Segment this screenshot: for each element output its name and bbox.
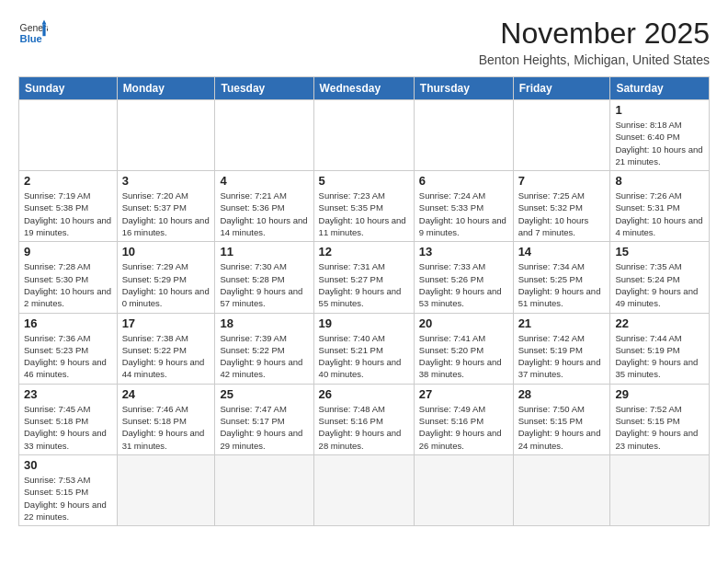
day-info: Sunrise: 7:21 AM Sunset: 5:36 PM Dayligh… <box>220 190 308 238</box>
table-row: 13Sunrise: 7:33 AM Sunset: 5:26 PM Dayli… <box>414 242 513 313</box>
table-row <box>19 100 118 171</box>
day-number: 24 <box>122 387 210 401</box>
month-title: November 2025 <box>479 17 710 51</box>
table-row: 16Sunrise: 7:36 AM Sunset: 5:23 PM Dayli… <box>19 313 118 384</box>
day-info: Sunrise: 7:23 AM Sunset: 5:35 PM Dayligh… <box>319 190 409 238</box>
table-row: 27Sunrise: 7:49 AM Sunset: 5:16 PM Dayli… <box>414 384 513 454</box>
table-row: 14Sunrise: 7:34 AM Sunset: 5:25 PM Dayli… <box>513 242 610 313</box>
day-info: Sunrise: 7:52 AM Sunset: 5:15 PM Dayligh… <box>615 403 704 452</box>
col-saturday: Saturday <box>610 77 710 100</box>
day-info: Sunrise: 7:49 AM Sunset: 5:16 PM Dayligh… <box>419 403 508 452</box>
day-info: Sunrise: 7:53 AM Sunset: 5:15 PM Dayligh… <box>24 474 112 523</box>
day-number: 14 <box>518 245 606 259</box>
page: General Blue November 2025 Benton Height… <box>0 0 728 563</box>
day-info: Sunrise: 7:19 AM Sunset: 5:38 PM Dayligh… <box>24 190 112 238</box>
table-row: 19Sunrise: 7:40 AM Sunset: 5:21 PM Dayli… <box>313 313 414 384</box>
day-number: 26 <box>319 387 409 401</box>
day-number: 30 <box>24 458 112 472</box>
day-number: 1 <box>615 103 704 117</box>
day-number: 15 <box>615 245 704 259</box>
day-number: 2 <box>24 174 112 188</box>
day-info: Sunrise: 7:46 AM Sunset: 5:18 PM Dayligh… <box>122 403 210 452</box>
table-row: 23Sunrise: 7:45 AM Sunset: 5:18 PM Dayli… <box>19 384 118 454</box>
day-number: 8 <box>615 174 704 188</box>
table-row: 29Sunrise: 7:52 AM Sunset: 5:15 PM Dayli… <box>610 384 710 454</box>
generalblue-icon: General Blue <box>18 18 48 48</box>
table-row <box>513 100 610 171</box>
col-wednesday: Wednesday <box>313 77 414 100</box>
day-info: Sunrise: 7:25 AM Sunset: 5:32 PM Dayligh… <box>518 190 606 238</box>
day-number: 3 <box>122 174 210 188</box>
day-info: Sunrise: 7:45 AM Sunset: 5:18 PM Dayligh… <box>24 403 112 452</box>
day-info: Sunrise: 7:36 AM Sunset: 5:23 PM Dayligh… <box>24 332 112 381</box>
table-row <box>313 454 414 525</box>
day-number: 27 <box>419 387 508 401</box>
day-info: Sunrise: 7:30 AM Sunset: 5:28 PM Dayligh… <box>220 260 308 309</box>
day-number: 9 <box>24 245 112 259</box>
day-info: Sunrise: 7:47 AM Sunset: 5:17 PM Dayligh… <box>220 403 308 452</box>
table-row: 4Sunrise: 7:21 AM Sunset: 5:36 PM Daylig… <box>215 171 313 242</box>
svg-marker-2 <box>42 20 47 25</box>
day-info: Sunrise: 7:33 AM Sunset: 5:26 PM Dayligh… <box>419 260 508 309</box>
table-row: 9Sunrise: 7:28 AM Sunset: 5:30 PM Daylig… <box>19 242 118 313</box>
col-monday: Monday <box>117 77 215 100</box>
calendar-header-row: Sunday Monday Tuesday Wednesday Thursday… <box>19 77 710 100</box>
day-number: 11 <box>220 245 308 259</box>
table-row: 7Sunrise: 7:25 AM Sunset: 5:32 PM Daylig… <box>513 171 610 242</box>
day-number: 4 <box>220 174 308 188</box>
table-row: 12Sunrise: 7:31 AM Sunset: 5:27 PM Dayli… <box>313 242 414 313</box>
table-row: 8Sunrise: 7:26 AM Sunset: 5:31 PM Daylig… <box>610 171 710 242</box>
table-row: 30Sunrise: 7:53 AM Sunset: 5:15 PM Dayli… <box>19 454 118 525</box>
day-info: Sunrise: 7:39 AM Sunset: 5:22 PM Dayligh… <box>220 332 308 381</box>
svg-text:Blue: Blue <box>20 33 42 44</box>
day-number: 5 <box>319 174 409 188</box>
day-number: 7 <box>518 174 606 188</box>
svg-rect-3 <box>42 24 45 36</box>
table-row: 26Sunrise: 7:48 AM Sunset: 5:16 PM Dayli… <box>313 384 414 454</box>
day-info: Sunrise: 8:18 AM Sunset: 6:40 PM Dayligh… <box>615 119 704 167</box>
table-row: 20Sunrise: 7:41 AM Sunset: 5:20 PM Dayli… <box>414 313 513 384</box>
col-tuesday: Tuesday <box>215 77 313 100</box>
day-number: 21 <box>518 316 606 330</box>
table-row: 15Sunrise: 7:35 AM Sunset: 5:24 PM Dayli… <box>610 242 710 313</box>
table-row: 6Sunrise: 7:24 AM Sunset: 5:33 PM Daylig… <box>414 171 513 242</box>
day-info: Sunrise: 7:44 AM Sunset: 5:19 PM Dayligh… <box>615 332 704 381</box>
table-row: 22Sunrise: 7:44 AM Sunset: 5:19 PM Dayli… <box>610 313 710 384</box>
day-number: 12 <box>319 245 409 259</box>
title-block: November 2025 Benton Heights, Michigan, … <box>479 17 710 67</box>
col-friday: Friday <box>513 77 610 100</box>
day-info: Sunrise: 7:42 AM Sunset: 5:19 PM Dayligh… <box>518 332 606 381</box>
table-row: 18Sunrise: 7:39 AM Sunset: 5:22 PM Dayli… <box>215 313 313 384</box>
table-row: 21Sunrise: 7:42 AM Sunset: 5:19 PM Dayli… <box>513 313 610 384</box>
day-number: 10 <box>122 245 210 259</box>
table-row <box>117 100 215 171</box>
col-sunday: Sunday <box>19 77 118 100</box>
table-row: 5Sunrise: 7:23 AM Sunset: 5:35 PM Daylig… <box>313 171 414 242</box>
location-title: Benton Heights, Michigan, United States <box>479 52 710 67</box>
day-number: 23 <box>24 387 112 401</box>
day-info: Sunrise: 7:48 AM Sunset: 5:16 PM Dayligh… <box>319 403 409 452</box>
day-info: Sunrise: 7:20 AM Sunset: 5:37 PM Dayligh… <box>122 190 210 238</box>
table-row <box>414 100 513 171</box>
day-info: Sunrise: 7:41 AM Sunset: 5:20 PM Dayligh… <box>419 332 508 381</box>
day-info: Sunrise: 7:29 AM Sunset: 5:29 PM Dayligh… <box>122 260 210 309</box>
table-row <box>313 100 414 171</box>
day-number: 13 <box>419 245 508 259</box>
day-info: Sunrise: 7:28 AM Sunset: 5:30 PM Dayligh… <box>24 260 112 309</box>
table-row <box>215 100 313 171</box>
table-row <box>610 454 710 525</box>
day-number: 18 <box>220 316 308 330</box>
day-number: 28 <box>518 387 606 401</box>
day-number: 19 <box>319 316 409 330</box>
table-row: 10Sunrise: 7:29 AM Sunset: 5:29 PM Dayli… <box>117 242 215 313</box>
day-info: Sunrise: 7:26 AM Sunset: 5:31 PM Dayligh… <box>615 190 704 238</box>
table-row <box>513 454 610 525</box>
table-row: 2Sunrise: 7:19 AM Sunset: 5:38 PM Daylig… <box>19 171 118 242</box>
day-info: Sunrise: 7:35 AM Sunset: 5:24 PM Dayligh… <box>615 260 704 309</box>
day-info: Sunrise: 7:34 AM Sunset: 5:25 PM Dayligh… <box>518 260 606 309</box>
day-info: Sunrise: 7:50 AM Sunset: 5:15 PM Dayligh… <box>518 403 606 452</box>
calendar-table: Sunday Monday Tuesday Wednesday Thursday… <box>18 76 710 526</box>
table-row: 1Sunrise: 8:18 AM Sunset: 6:40 PM Daylig… <box>610 100 710 171</box>
day-info: Sunrise: 7:31 AM Sunset: 5:27 PM Dayligh… <box>319 260 409 309</box>
table-row: 11Sunrise: 7:30 AM Sunset: 5:28 PM Dayli… <box>215 242 313 313</box>
